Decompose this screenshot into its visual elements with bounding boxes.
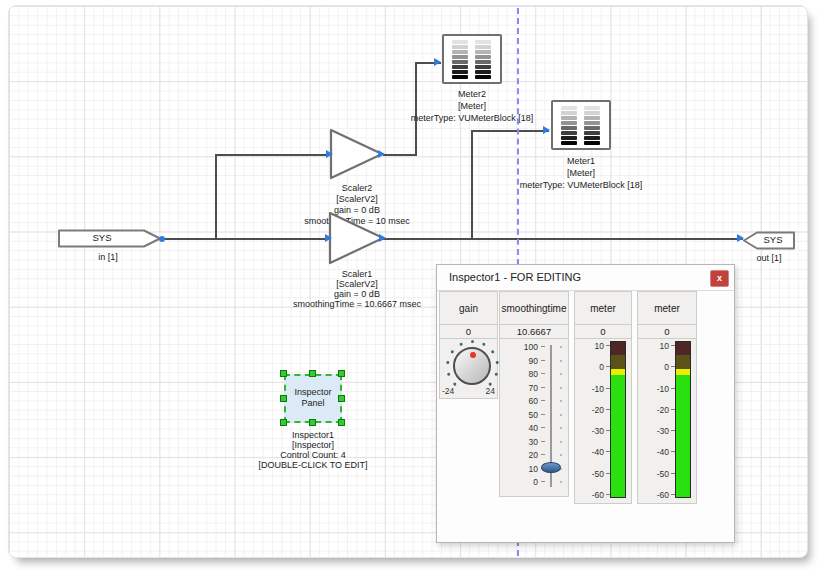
sys-out-block[interactable]: SYS: [743, 231, 795, 250]
sys-in-connector-dot: [159, 236, 165, 242]
inspector-block-count: Control Count: 4: [233, 450, 393, 460]
sys-out-connector-arrow: [737, 234, 744, 242]
scaler1-output-arrow: [379, 234, 386, 242]
meter-left-header: meter: [575, 292, 631, 325]
wire-branch-up-horizontal[interactable]: [215, 154, 327, 156]
meter-panel-right: meter 0 10 0 -10 -20 -30 -40 -50 -60: [637, 291, 697, 504]
meter1-type: meterType: VUMeterBlock [18]: [501, 179, 661, 191]
sys-out-port-label: out [1]: [689, 253, 827, 264]
meter1-block[interactable]: [551, 100, 611, 150]
meter2-name: Meter2: [392, 88, 552, 100]
selection-handle-se[interactable]: [338, 419, 345, 426]
meter1-input-arrow: [543, 126, 550, 134]
meter1-class: [Meter]: [501, 167, 661, 179]
slider-tick-row: 50: [500, 410, 568, 420]
meter2-block[interactable]: [442, 34, 502, 84]
slider-tick-row: 40: [500, 423, 568, 433]
scaler1-class: [ScalerV2]: [277, 279, 437, 289]
slider-tick-row: 20: [500, 450, 568, 460]
meter2-input-arrow: [434, 58, 441, 66]
scaler1-labels: Scaler1 [ScalerV2] gain = 0 dB smoothing…: [277, 269, 437, 309]
meter2-icon-left: [452, 40, 468, 80]
meter-left-value: 0: [575, 325, 631, 339]
meter1-labels: Meter1 [Meter] meterType: VUMeterBlock […: [501, 155, 661, 191]
sys-in-block[interactable]: SYS: [58, 229, 162, 248]
gain-max-label: 24: [486, 386, 495, 396]
inspector-window[interactable]: Inspector1 - FOR EDITING x gain 0 -24 24: [436, 264, 735, 543]
inspector-window-titlebar[interactable]: Inspector1 - FOR EDITING x: [437, 265, 734, 291]
scaler1-input-arrow: [325, 234, 332, 242]
slider-tick-row: 90: [500, 356, 568, 366]
meter-right-header: meter: [638, 292, 696, 325]
wire-meter1-branch-v[interactable]: [471, 130, 473, 240]
slider-tick-row: 60: [500, 396, 568, 406]
scaler2-output-arrow: [378, 150, 385, 158]
inspector-window-title: Inspector1 - FOR EDITING: [449, 271, 581, 283]
wire-main-left[interactable]: [159, 238, 329, 240]
smoothingtime-header: smoothingtime: [500, 292, 568, 325]
gain-header: gain: [440, 292, 497, 325]
inspector-block-labels: Inspector1 [Inspector] Control Count: 4 …: [233, 430, 393, 470]
meter-panel-left: meter 0 10 0 -10 -20 -30 -40 -50 -60: [574, 291, 632, 504]
slider-tick-row: 30: [500, 437, 568, 447]
meter2-labels: Meter2 [Meter] meterType: VUMeterBlock […: [392, 88, 552, 124]
smoothingtime-value: 10.6667: [500, 325, 568, 339]
gain-knob[interactable]: [453, 347, 491, 385]
slider-tick-row: 70: [500, 383, 568, 393]
wire-main-right[interactable]: [383, 238, 743, 240]
inspector-panel-line2: Panel: [286, 398, 340, 409]
inspector-block-class: [Inspector]: [233, 440, 393, 450]
scaler1-gain: gain = 0 dB: [277, 289, 437, 299]
inspector-panel-line1: Inspector: [286, 387, 340, 398]
selection-handle-sw[interactable]: [280, 419, 287, 426]
meter-right-value: 0: [638, 325, 696, 339]
close-icon[interactable]: x: [710, 270, 729, 287]
vu-meter-bar: [675, 341, 691, 498]
gain-min-label: -24: [442, 386, 454, 396]
selection-handle-n[interactable]: [309, 370, 316, 377]
sys-in-label: SYS: [58, 232, 146, 243]
meter2-icon-right: [475, 40, 491, 80]
gain-panel: gain 0 -24 24: [439, 291, 498, 399]
knob-indicator-dot: [470, 352, 476, 358]
slider-tick-row: 0: [500, 477, 568, 487]
meter1-name: Meter1: [501, 155, 661, 167]
slider-handle[interactable]: [541, 462, 561, 473]
smoothingtime-panel: smoothingtime 10.6667 100 90 80 70 60 50…: [499, 291, 569, 497]
wire-scaler2-out-h1[interactable]: [383, 154, 417, 156]
scaler2-input-arrow: [326, 150, 333, 158]
slider-tick-row: 80: [500, 369, 568, 379]
slider-tick-row: 100: [500, 342, 568, 352]
selection-handle-w[interactable]: [280, 395, 287, 402]
sys-in-port-label: in [1]: [28, 252, 188, 263]
meter2-class: [Meter]: [392, 100, 552, 112]
meter2-type: meterType: VUMeterBlock [18]: [392, 112, 552, 124]
meter1-icon-right: [584, 106, 600, 146]
selection-handle-s[interactable]: [309, 419, 316, 426]
wire-meter1-branch-h[interactable]: [471, 130, 549, 132]
scaler1-name: Scaler1: [277, 269, 437, 279]
inspector-block-hint: [DOUBLE-CLICK TO EDIT]: [233, 460, 393, 470]
wire-branch-up-vertical[interactable]: [215, 154, 217, 240]
selection-handle-e[interactable]: [338, 395, 345, 402]
scaler2-class: [ScalerV2]: [277, 194, 437, 205]
scaler2-name: Scaler2: [277, 183, 437, 194]
inspector-panel-block[interactable]: Inspector Panel: [284, 374, 342, 423]
vu-meter-bar: [610, 341, 626, 498]
sys-out-label: SYS: [751, 234, 795, 245]
gain-value: 0: [440, 325, 497, 339]
design-canvas[interactable]: SYS in [1] SYS out [1] Scaler2 [ScalerV2…: [8, 5, 808, 558]
inspector-block-name: Inspector1: [233, 430, 393, 440]
selection-handle-ne[interactable]: [338, 370, 345, 377]
scaler1-smoothing: smoothingTime = 10.6667 msec: [277, 299, 437, 309]
meter1-icon-left: [561, 106, 577, 146]
selection-handle-nw[interactable]: [280, 370, 287, 377]
